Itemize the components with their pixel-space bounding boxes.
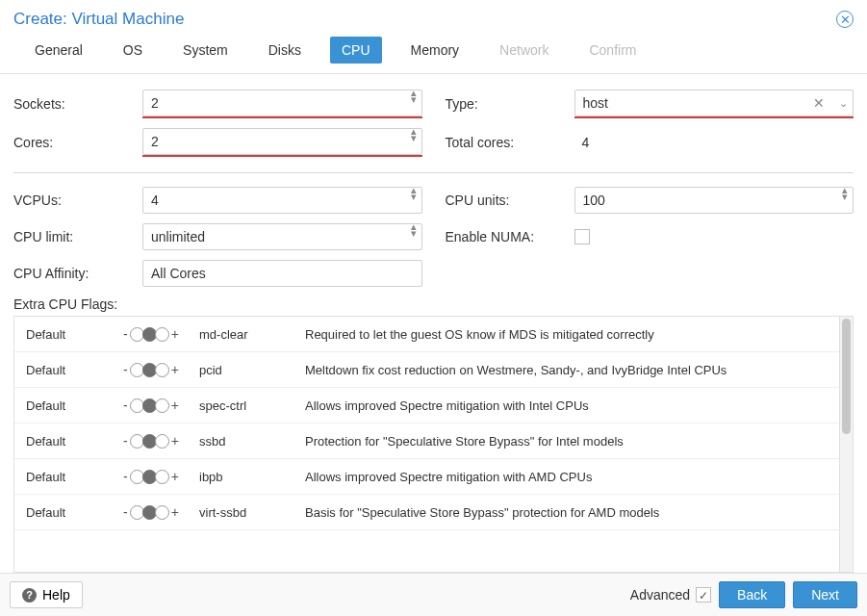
- flag-row: Default-+md-clearRequired to let the gue…: [14, 317, 839, 352]
- flag-tri-toggle[interactable]: -+: [113, 504, 190, 520]
- type-combo[interactable]: [574, 90, 854, 116]
- spinner-arrows-icon[interactable]: ▴▾: [411, 90, 417, 116]
- scrollbar[interactable]: [839, 317, 853, 572]
- enable-numa-checkbox[interactable]: [574, 229, 590, 244]
- sockets-label: Sockets:: [13, 96, 142, 112]
- next-button[interactable]: Next: [793, 581, 857, 608]
- flag-state: Default: [26, 434, 103, 449]
- flag-tri-toggle[interactable]: -+: [113, 362, 190, 377]
- flag-row: Default-+virt-ssbdBasis for "Speculative…: [14, 495, 839, 530]
- spinner-arrows-icon[interactable]: ▴▾: [842, 187, 848, 214]
- tab-general[interactable]: General: [23, 37, 94, 64]
- scrollbar-thumb[interactable]: [842, 319, 851, 434]
- cores-label: Cores:: [13, 135, 142, 150]
- cores-input[interactable]: [142, 128, 422, 155]
- tab-memory[interactable]: Memory: [399, 37, 472, 64]
- flag-description: Allows improved Spectre mitigation with …: [305, 470, 828, 484]
- tab-system[interactable]: System: [171, 37, 240, 64]
- flag-tri-toggle[interactable]: -+: [113, 326, 190, 342]
- clear-icon[interactable]: ✕: [813, 90, 825, 116]
- cpu-affinity-input[interactable]: [142, 260, 422, 287]
- flag-state: Default: [26, 327, 103, 342]
- sockets-input[interactable]: [142, 90, 422, 116]
- flag-row: Default-+spec-ctrlAllows improved Spectr…: [14, 388, 839, 424]
- flag-row: Default-+pcidMeltdown fix cost reduction…: [14, 352, 839, 388]
- close-icon[interactable]: ✕: [836, 11, 854, 28]
- flag-description: Meltdown fix cost reduction on Westmere,…: [305, 363, 828, 377]
- total-cores-label: Total cores:: [446, 135, 574, 150]
- flag-name: pcid: [199, 363, 295, 377]
- flag-state: Default: [26, 470, 103, 484]
- advanced-toggle[interactable]: Advanced: [630, 587, 711, 603]
- flag-tri-toggle[interactable]: -+: [113, 433, 190, 449]
- advanced-label: Advanced: [630, 587, 690, 603]
- spinner-arrows-icon[interactable]: ▴▾: [411, 223, 417, 250]
- flag-state: Default: [26, 505, 103, 520]
- flag-name: ssbd: [199, 434, 295, 449]
- flag-name: spec-ctrl: [199, 398, 295, 413]
- cpu-units-label: CPU units:: [446, 192, 574, 208]
- flag-tri-toggle[interactable]: -+: [113, 469, 190, 484]
- flag-name: md-clear: [199, 327, 295, 342]
- flag-row: Default-+ssbdProtection for "Speculative…: [14, 424, 839, 459]
- spinner-arrows-icon[interactable]: ▴▾: [411, 128, 417, 155]
- tab-cpu[interactable]: CPU: [330, 37, 382, 64]
- flag-description: Protection for "Speculative Store Bypass…: [305, 434, 828, 449]
- help-icon: ?: [22, 588, 37, 603]
- help-button[interactable]: ? Help: [10, 581, 83, 608]
- total-cores-value: 4: [574, 135, 590, 150]
- flag-state: Default: [26, 363, 103, 377]
- chevron-down-icon[interactable]: ⌄: [839, 90, 848, 116]
- flag-row: Default-+ibpbAllows improved Spectre mit…: [14, 459, 839, 495]
- enable-numa-label: Enable NUMA:: [446, 229, 574, 244]
- wizard-tabs: General OS System Disks CPU Memory Netwo…: [0, 37, 867, 74]
- flag-description: Required to let the guest OS know if MDS…: [305, 327, 828, 342]
- cpu-units-input[interactable]: [574, 187, 854, 214]
- flag-state: Default: [26, 398, 103, 413]
- flag-name: ibpb: [199, 470, 295, 484]
- back-button[interactable]: Back: [719, 581, 785, 608]
- flag-description: Allows improved Spectre mitigation with …: [305, 398, 828, 413]
- cpu-limit-input[interactable]: [142, 223, 422, 250]
- dialog-title: Create: Virtual Machine: [13, 10, 184, 29]
- advanced-checkbox[interactable]: [696, 587, 711, 603]
- help-label: Help: [42, 587, 70, 603]
- type-label: Type:: [446, 96, 574, 112]
- flag-tri-toggle[interactable]: -+: [113, 398, 190, 413]
- flag-description: Basis for "Speculative Store Bypass" pro…: [305, 505, 828, 520]
- spinner-arrows-icon[interactable]: ▴▾: [411, 187, 417, 214]
- cpu-limit-label: CPU limit:: [13, 229, 142, 244]
- tab-disks[interactable]: Disks: [257, 37, 313, 64]
- tab-network: Network: [488, 37, 560, 64]
- tab-confirm: Confirm: [577, 37, 648, 64]
- vcpus-input[interactable]: [142, 187, 422, 214]
- tab-os[interactable]: OS: [112, 37, 154, 64]
- cpu-affinity-label: CPU Affinity:: [13, 266, 142, 281]
- flag-name: virt-ssbd: [199, 505, 295, 520]
- extra-flags-label: Extra CPU Flags:: [13, 296, 854, 312]
- extra-cpu-flags-grid: Default-+md-clearRequired to let the gue…: [13, 316, 854, 573]
- vcpus-label: VCPUs:: [13, 192, 142, 208]
